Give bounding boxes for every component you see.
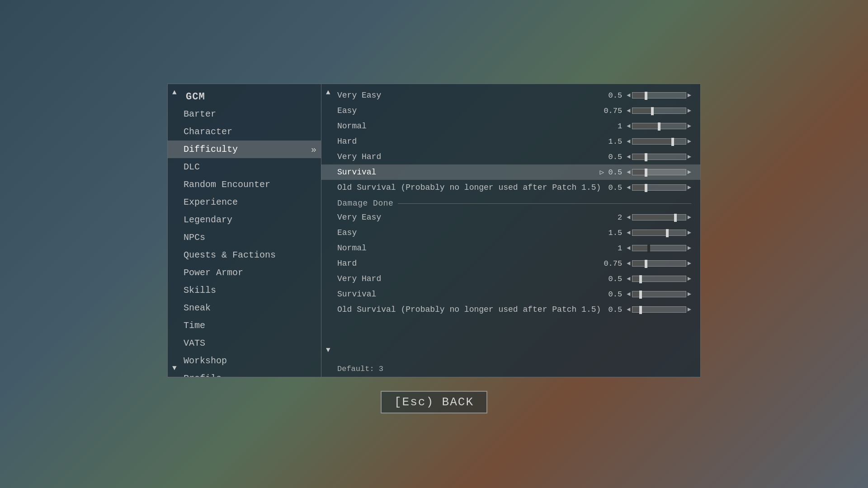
setting-row-dt-hard[interactable]: Hard1.5◄► xyxy=(321,134,700,149)
slider-right-arrow-icon[interactable]: ► xyxy=(688,138,691,145)
slider-left-arrow-icon[interactable]: ◄ xyxy=(627,275,630,282)
setting-value-dd-normal: 1 xyxy=(604,244,622,253)
setting-row-dt-very-easy[interactable]: Very Easy0.5◄► xyxy=(321,88,700,103)
slider-right-arrow-icon[interactable]: ► xyxy=(688,214,691,221)
slider-dd-normal[interactable]: ◄► xyxy=(627,244,691,252)
sidebar-item-workshop[interactable]: Workshop xyxy=(168,352,321,370)
slider-right-arrow-icon[interactable]: ► xyxy=(688,229,691,236)
sidebar-item-power-armor[interactable]: Power Armor xyxy=(168,264,321,282)
slider-dt-easy[interactable]: ◄► xyxy=(627,107,691,114)
setting-row-dd-easy[interactable]: Easy1.5◄► xyxy=(321,225,700,240)
slider-dd-easy[interactable]: ◄► xyxy=(627,229,691,236)
slider-track[interactable] xyxy=(632,245,686,251)
slider-track[interactable] xyxy=(632,123,686,129)
slider-dd-very-easy[interactable]: ◄► xyxy=(627,214,691,221)
slider-thumb xyxy=(658,122,660,131)
slider-left-arrow-icon[interactable]: ◄ xyxy=(627,306,630,313)
sidebar-item-difficulty[interactable]: Difficulty xyxy=(168,141,321,158)
slider-left-arrow-icon[interactable]: ◄ xyxy=(627,291,630,298)
sidebar-item-quests-factions[interactable]: Quests & Factions xyxy=(168,246,321,264)
sidebar-item-barter[interactable]: Barter xyxy=(168,105,321,123)
slider-dd-old-survival[interactable]: ◄► xyxy=(627,306,691,313)
setting-row-dt-normal[interactable]: Normal1◄► xyxy=(321,118,700,134)
slider-right-arrow-icon[interactable]: ► xyxy=(688,122,691,130)
slider-fill xyxy=(632,215,675,220)
setting-row-dd-hard[interactable]: Hard0.75◄► xyxy=(321,256,700,271)
slider-track[interactable] xyxy=(632,138,686,145)
slider-left-arrow-icon[interactable]: ◄ xyxy=(627,107,630,114)
slider-track[interactable] xyxy=(632,291,686,297)
slider-track[interactable] xyxy=(632,184,686,191)
slider-right-arrow-icon[interactable]: ► xyxy=(688,260,691,267)
slider-right-arrow-icon[interactable]: ► xyxy=(688,275,691,282)
slider-dt-old-survival[interactable]: ◄► xyxy=(627,184,691,191)
sidebar-item-dlc[interactable]: DLC xyxy=(168,158,321,176)
slider-left-arrow-icon[interactable]: ◄ xyxy=(627,260,630,267)
collapse-down-button[interactable]: ▼ xyxy=(172,364,177,372)
setting-name-dd-old-survival: Old Survival (Probably no longer used af… xyxy=(337,305,604,314)
slider-left-arrow-icon[interactable]: ◄ xyxy=(627,244,630,252)
slider-dt-normal[interactable]: ◄► xyxy=(627,122,691,130)
setting-row-dt-survival[interactable]: Survival▷0.5◄► xyxy=(321,164,700,180)
slider-right-arrow-icon[interactable]: ► xyxy=(688,184,691,191)
slider-dd-survival[interactable]: ◄► xyxy=(627,291,691,298)
slider-left-arrow-icon[interactable]: ◄ xyxy=(627,138,630,145)
sidebar-item-random-encounter[interactable]: Random Encounter xyxy=(168,176,321,193)
setting-row-dt-easy[interactable]: Easy0.75◄► xyxy=(321,103,700,118)
slider-left-arrow-icon[interactable]: ◄ xyxy=(627,229,630,236)
slider-right-arrow-icon[interactable]: ► xyxy=(688,107,691,114)
setting-row-dd-old-survival[interactable]: Old Survival (Probably no longer used af… xyxy=(321,302,700,317)
sidebar-item-profile[interactable]: Profile xyxy=(168,370,321,377)
slider-dt-very-easy[interactable]: ◄► xyxy=(627,92,691,99)
slider-dd-hard[interactable]: ◄► xyxy=(627,260,691,267)
setting-row-dt-old-survival[interactable]: Old Survival (Probably no longer used af… xyxy=(321,180,700,195)
setting-row-dd-very-easy[interactable]: Very Easy2◄► xyxy=(321,210,700,225)
slider-track[interactable] xyxy=(632,306,686,313)
slider-left-arrow-icon[interactable]: ◄ xyxy=(627,214,630,221)
slider-track[interactable] xyxy=(632,276,686,282)
slider-track[interactable] xyxy=(632,169,686,175)
slider-left-arrow-icon[interactable]: ◄ xyxy=(627,92,630,99)
slider-thumb xyxy=(645,184,647,192)
slider-dt-hard[interactable]: ◄► xyxy=(627,138,691,145)
slider-right-arrow-icon[interactable]: ► xyxy=(688,92,691,99)
slider-left-arrow-icon[interactable]: ◄ xyxy=(627,122,630,130)
sidebar-item-experience[interactable]: Experience xyxy=(168,193,321,211)
slider-track[interactable] xyxy=(632,108,686,114)
slider-right-arrow-icon[interactable]: ► xyxy=(688,169,691,176)
sidebar-item-sneak[interactable]: Sneak xyxy=(168,299,321,317)
slider-fill xyxy=(632,169,646,175)
setting-name-dd-survival: Survival xyxy=(337,290,604,299)
sidebar-item-legendary[interactable]: Legendary xyxy=(168,211,321,229)
slider-right-arrow-icon[interactable]: ► xyxy=(688,244,691,252)
slider-track[interactable] xyxy=(632,260,686,267)
slider-dt-very-hard[interactable]: ◄► xyxy=(627,153,691,160)
sidebar-item-vats[interactable]: VATS xyxy=(168,334,321,352)
slider-track[interactable] xyxy=(632,154,686,160)
slider-left-arrow-icon[interactable]: ◄ xyxy=(627,184,630,191)
collapse-up-button[interactable]: ▲ xyxy=(172,89,177,97)
slider-dd-very-hard[interactable]: ◄► xyxy=(627,275,691,282)
slider-track[interactable] xyxy=(632,214,686,221)
sidebar-item-skills[interactable]: Skills xyxy=(168,282,321,299)
slider-left-arrow-icon[interactable]: ◄ xyxy=(627,153,630,160)
setting-name-dt-very-hard: Very Hard xyxy=(337,152,604,161)
slider-track[interactable] xyxy=(632,230,686,236)
slider-left-arrow-icon[interactable]: ◄ xyxy=(627,169,630,176)
setting-row-dt-very-hard[interactable]: Very Hard0.5◄► xyxy=(321,149,700,164)
setting-row-dd-normal[interactable]: Normal1◄► xyxy=(321,240,700,256)
slider-right-arrow-icon[interactable]: ► xyxy=(688,306,691,313)
sidebar-item-time[interactable]: Time xyxy=(168,317,321,334)
esc-back-button[interactable]: [Esc) BACK xyxy=(381,391,487,413)
slider-dt-survival[interactable]: ◄► xyxy=(627,169,691,176)
scroll-down-button[interactable]: ▼ xyxy=(326,346,330,354)
sidebar-item-npcs[interactable]: NPCs xyxy=(168,229,321,246)
bottom-bar: [Esc) BACK xyxy=(0,377,868,413)
sidebar-item-character[interactable]: Character xyxy=(168,123,321,141)
slider-track[interactable] xyxy=(632,92,686,99)
setting-row-dd-survival[interactable]: Survival0.5◄► xyxy=(321,286,700,302)
slider-right-arrow-icon[interactable]: ► xyxy=(688,291,691,298)
slider-right-arrow-icon[interactable]: ► xyxy=(688,153,691,160)
setting-value-dt-very-hard: 0.5 xyxy=(604,153,622,161)
setting-row-dd-very-hard[interactable]: Very Hard0.5◄► xyxy=(321,271,700,286)
